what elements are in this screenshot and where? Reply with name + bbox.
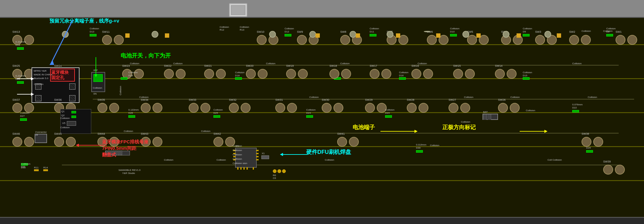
ysq-pad-1 bbox=[557, 33, 561, 38]
coll-u1-2: Collision bbox=[233, 149, 242, 152]
arrow-dfu bbox=[280, 151, 308, 158]
ysq-pad-9 bbox=[125, 33, 130, 38]
coll-row1-2: Collision bbox=[173, 62, 182, 65]
mount-pad-tr7 bbox=[309, 31, 316, 38]
coll-row1-6: Collision bbox=[572, 62, 582, 65]
x1-crystal: X1 bbox=[261, 155, 269, 159]
mount-pad-tr1 bbox=[544, 31, 551, 38]
mount-pad-tr8 bbox=[269, 31, 276, 38]
mount-pad-tr6 bbox=[350, 31, 356, 38]
coll-row1-5: Collision bbox=[418, 62, 427, 65]
bat-connector: BAT bbox=[483, 114, 498, 120]
bt-module-annotation-box: 蓝牙模块固定孔 bbox=[50, 69, 75, 82]
h-trace-row2 bbox=[93, 99, 634, 99]
svg-marker-5 bbox=[414, 130, 418, 133]
annotation-positive-mark: 正极方向标记 bbox=[442, 124, 476, 131]
annotation-battery-switch: 电池开关，向下为开 bbox=[121, 52, 171, 59]
arrow-terminal bbox=[48, 17, 79, 66]
svg-marker-7 bbox=[544, 130, 547, 133]
coll-sw26: Collision bbox=[526, 109, 535, 112]
svg-marker-11 bbox=[31, 77, 34, 80]
coll-row4-3: Collision bbox=[325, 158, 334, 161]
top-bar bbox=[0, 0, 644, 17]
pcb-board: SW1 Collision SW2 D8 Collision SW3 SW4 bbox=[0, 17, 644, 218]
arrow-battery-switch bbox=[93, 57, 99, 76]
mount-pad-tr5 bbox=[387, 31, 393, 38]
trace-row1 bbox=[0, 44, 644, 45]
coll-bat: Collision bbox=[461, 120, 470, 123]
collision-top-right: Collision bbox=[582, 30, 591, 32]
collision-vertical: Collision bbox=[119, 86, 122, 95]
mount-pad-tr2 bbox=[503, 31, 509, 38]
svg-marker-15 bbox=[76, 144, 79, 147]
trace-row5 bbox=[0, 180, 644, 181]
trace-row3 bbox=[0, 112, 644, 113]
coll-u1-3: Collision bbox=[233, 153, 242, 156]
ysq-pad-5 bbox=[396, 33, 400, 38]
coll-row2-5: Collision bbox=[588, 96, 597, 99]
ysq-pad-4 bbox=[436, 33, 440, 38]
ic-area: Q1 Q2 U5 bbox=[60, 109, 91, 134]
connector-j4: Connector J4 bbox=[35, 134, 47, 143]
annotation-bt-module: 蓝牙模块固定孔 bbox=[51, 70, 74, 80]
arrow-fpc bbox=[76, 142, 107, 148]
yr-studio-label: Y&R Studio bbox=[122, 172, 135, 175]
arrow-positive-mark bbox=[520, 128, 547, 134]
coll-ic1: Collision bbox=[60, 117, 70, 120]
ysq-pad-2 bbox=[517, 33, 521, 38]
coll-u1-4: Collision bbox=[233, 158, 242, 160]
coll-btmod: Collision bbox=[34, 83, 43, 86]
annotation-dfu: 硬件DFU刷机焊盘 bbox=[306, 148, 351, 156]
coll-switch: Collision bbox=[93, 87, 102, 89]
coll-row4-2: Collision bbox=[217, 158, 226, 161]
pcb-container: SW1 Collision SW2 D8 Collision SW3 SW4 bbox=[0, 0, 644, 224]
ysq-pad-6 bbox=[356, 33, 360, 38]
coll-d30: Collision bbox=[430, 144, 439, 147]
h-trace-row4 bbox=[62, 165, 619, 165]
coll-row2-3: Collision bbox=[464, 96, 473, 99]
sam40ble-label: SAM40BLE REV1.0 bbox=[118, 169, 140, 171]
coll-row2-4: Collision bbox=[510, 96, 520, 99]
arrow-bt-module-2 bbox=[15, 88, 34, 100]
coll-row2-2: Collision bbox=[309, 96, 319, 99]
coll-row3-2: Collision bbox=[201, 130, 210, 133]
ysq-pad-3 bbox=[476, 33, 481, 38]
h-trace-row1 bbox=[62, 65, 619, 66]
coll-row1-3: Collision bbox=[266, 62, 275, 65]
coll-row1-1: Collision bbox=[130, 62, 139, 65]
coll-row4-1: Collision bbox=[164, 158, 173, 161]
svg-marker-9 bbox=[280, 153, 283, 156]
usb-connector bbox=[229, 3, 247, 17]
coll-ic2: Collision bbox=[60, 126, 70, 129]
annotation-fpc: 蓝牙模块FPC排线母座7PIN0.5mm间距翻盖式 bbox=[102, 138, 148, 158]
arrow-bt-module-1 bbox=[15, 73, 34, 85]
arrow-battery-terminal bbox=[380, 128, 418, 134]
coll-row1-4: Collision bbox=[340, 62, 350, 65]
coll-row3-1: Collision bbox=[124, 130, 133, 133]
coll-u1-5: Collision sion bbox=[233, 162, 247, 165]
collision-r12: CollisionR12 bbox=[220, 26, 229, 31]
coll-row4-4: Coll Collision bbox=[547, 158, 562, 161]
collision-r13: CollisionR13 bbox=[240, 26, 249, 31]
annotation-battery-terminal: 电池端子 bbox=[353, 124, 375, 131]
ysq-pad-7 bbox=[316, 33, 320, 38]
svg-marker-13 bbox=[31, 93, 34, 96]
mount-pad-tr4 bbox=[424, 31, 431, 32]
ysq-pad-8 bbox=[165, 33, 169, 38]
mount-pad-tr3 bbox=[462, 31, 469, 38]
mount-pad-tr9 bbox=[152, 31, 158, 38]
coll-u1-1: Collision bbox=[233, 145, 242, 147]
svg-line-0 bbox=[51, 20, 73, 63]
